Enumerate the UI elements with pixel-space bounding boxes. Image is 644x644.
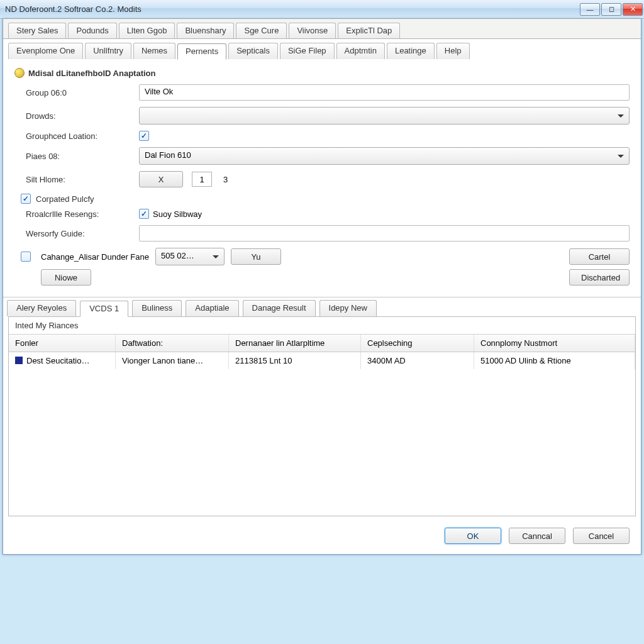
table-cell: Dest Seucitatio… xyxy=(9,352,116,369)
tab-buliness[interactable]: Buliness xyxy=(132,300,182,316)
cahange-label: Cahange_Alisar Dunder Fane xyxy=(41,252,149,262)
table-cell: 51000 AD Ulinb & Rtione xyxy=(474,352,635,369)
col-header[interactable]: Dernanaer lin Atlarpltime xyxy=(229,335,361,352)
section-title: Mdisal dLitanefhbolD Anaptation xyxy=(28,69,155,78)
main-tabs: Evenplome OneUnllfntryNemesPernentsSepti… xyxy=(3,39,641,59)
table-title: Inted My Riances xyxy=(9,317,635,335)
section-header: Mdisal dLitanefhbolD Anaptation xyxy=(14,68,630,78)
toolbar-tabs: Stery SalesPodundsLlten GgobBluensharySg… xyxy=(3,19,641,39)
piaes-combo[interactable]: Dal Fion 610 xyxy=(139,147,630,165)
table-cell: Vionger Lanon tiane… xyxy=(116,352,229,369)
corpated-label: Corpated Pulcfy xyxy=(36,194,94,204)
table-row[interactable]: Dest Seucitatio…Vionger Lanon tiane…2113… xyxy=(9,352,635,369)
tab-evenplome-one[interactable]: Evenplome One xyxy=(8,43,83,59)
tab-vcds-1[interactable]: VCDS 1 xyxy=(80,301,128,317)
grouphced-checkbox[interactable] xyxy=(139,131,149,141)
tab-pernents[interactable]: Pernents xyxy=(177,43,226,60)
cartel-button[interactable]: Cartel xyxy=(569,248,630,265)
col-header[interactable]: Fonler xyxy=(9,335,116,352)
window-title: ND Doferoont.2 Softroar Co.2. Modits xyxy=(5,4,580,14)
dialog-buttons: OK Canncal Cancel xyxy=(3,521,641,554)
table-box: Inted My Riances FonlerDaftwation:Dernan… xyxy=(8,316,636,516)
info-icon xyxy=(14,68,25,78)
col-header[interactable]: Ceplseching xyxy=(361,335,474,352)
group-input[interactable]: Vilte Ok xyxy=(139,84,630,101)
tab-bluenshary[interactable]: Bluenshary xyxy=(177,23,234,38)
maximize-button[interactable]: ◻ xyxy=(601,3,621,16)
silhome-x-button[interactable]: X xyxy=(139,171,183,187)
table-cell: 2113815 Lnt 10 xyxy=(229,352,361,369)
col-header[interactable]: Connplomy Nustmort xyxy=(474,335,635,352)
col-header[interactable]: Daftwation: xyxy=(116,335,229,352)
silhome-3-text: 3 xyxy=(223,175,228,184)
tab-sige-filep[interactable]: SiGe Filep xyxy=(280,43,335,59)
action-row: Cahange_Alisar Dunder Fane 505 02… Yu Ca… xyxy=(21,248,630,265)
tab-podunds[interactable]: Podunds xyxy=(68,23,116,38)
drowds-combo[interactable] xyxy=(139,107,630,125)
drowds-label: Drowds: xyxy=(26,111,139,121)
table-header: FonlerDaftwation:Dernanaer lin Atlarplti… xyxy=(9,335,635,352)
minimize-button[interactable]: — xyxy=(580,3,600,16)
tab-llten-ggob[interactable]: Llten Ggob xyxy=(119,23,175,38)
tab-unllfntry[interactable]: Unllfntry xyxy=(85,43,131,59)
grouphced-label: Grouphced Loation: xyxy=(26,131,139,141)
table-body: Dest Seucitatio…Vionger Lanon tiane…2113… xyxy=(9,352,635,516)
window-buttons: — ◻ ✕ xyxy=(580,3,643,16)
tab-stery-sales[interactable]: Stery Sales xyxy=(8,23,66,38)
wersorfy-label: Wersorfy Guide: xyxy=(26,229,139,238)
suoy-checkbox[interactable] xyxy=(139,209,149,219)
silhome-1-input[interactable] xyxy=(192,172,212,187)
tab-help[interactable]: Help xyxy=(436,43,470,59)
cahange-checkbox[interactable] xyxy=(21,252,31,262)
close-button[interactable]: ✕ xyxy=(623,3,643,16)
tab-viivonse[interactable]: Viivonse xyxy=(289,23,336,38)
piaes-label: Piaes 08: xyxy=(26,152,139,161)
wersorfy-input[interactable] xyxy=(139,225,630,242)
table-cell: 3400M AD xyxy=(361,352,474,369)
tab-nemes[interactable]: Nemes xyxy=(133,43,175,59)
tab-adaptiale[interactable]: Adaptiale xyxy=(186,300,238,316)
group-label: Group 06:0 xyxy=(26,88,139,97)
corpated-row: Corpated Pulcfy xyxy=(21,194,630,204)
main-window: Stery SalesPodundsLlten GgobBluensharySg… xyxy=(3,19,641,555)
action-row-2: Niowe Discharted xyxy=(21,269,630,286)
sub-tabs: Alery ReyolesVCDS 1BulinessAdaptialeDana… xyxy=(3,297,641,316)
tab-adptmtin[interactable]: Adptmtin xyxy=(336,43,385,59)
tab-danage-result[interactable]: Danage Result xyxy=(243,300,316,316)
cahange-combo[interactable]: 505 02… xyxy=(155,248,225,265)
tab-sge-cure[interactable]: Sge Cure xyxy=(236,23,287,38)
tab-alery-reyoles[interactable]: Alery Reyoles xyxy=(7,300,76,316)
canncal-button[interactable]: Canncal xyxy=(509,528,565,544)
tab-idepy-new[interactable]: Idepy New xyxy=(319,300,377,316)
niowe-button[interactable]: Niowe xyxy=(41,269,91,286)
form-panel: Mdisal dLitanefhbolD Anaptation Group 06… xyxy=(3,59,641,297)
silhome-label: Silt Hlome: xyxy=(26,175,139,184)
corpated-checkbox[interactable] xyxy=(21,194,31,204)
discharted-button[interactable]: Discharted xyxy=(569,269,630,286)
titlebar: ND Doferoont.2 Softroar Co.2. Modits — ◻… xyxy=(0,0,644,19)
cancel-button[interactable]: Cancel xyxy=(573,528,630,544)
suoy-label: Suoy Silbway xyxy=(153,209,202,219)
row-marker-icon xyxy=(15,357,23,364)
tab-explictl-dap[interactable]: ExplicTl Dap xyxy=(338,23,400,38)
ok-button[interactable]: OK xyxy=(445,528,501,544)
rroalcr-label: Rroalcrllle Resengs: xyxy=(26,209,139,219)
tab-leatinge[interactable]: Leatinge xyxy=(387,43,435,59)
tab-septicals[interactable]: Septicals xyxy=(228,43,278,59)
yu-button[interactable]: Yu xyxy=(231,248,281,265)
